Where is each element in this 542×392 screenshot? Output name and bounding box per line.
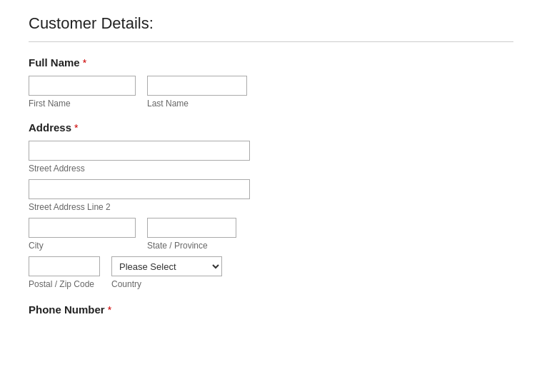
city-label: City	[29, 241, 136, 251]
full-name-label: Full Name	[29, 56, 80, 69]
street-address-label: Street Address	[29, 164, 250, 174]
street-address2-label: Street Address Line 2	[29, 202, 250, 212]
page-title: Customer Details:	[29, 14, 513, 33]
country-label: Country	[111, 279, 222, 289]
street-address-input[interactable]	[29, 141, 250, 161]
state-label: State / Province	[147, 241, 240, 251]
street-address2-input[interactable]	[29, 179, 250, 199]
city-wrapper: City	[29, 218, 136, 251]
city-state-row: City State / Province	[29, 218, 513, 251]
last-name-wrapper: Last Name	[147, 76, 240, 109]
section-divider	[29, 41, 513, 42]
first-name-input[interactable]	[29, 76, 136, 96]
address-section: Address* Street Address Street Address L…	[29, 121, 513, 289]
city-input[interactable]	[29, 218, 136, 238]
name-row: First Name Last Name	[29, 76, 513, 109]
country-wrapper: Please Select United States Canada Unite…	[111, 256, 222, 289]
postal-wrapper: Postal / Zip Code	[29, 256, 100, 289]
postal-country-row: Postal / Zip Code Please Select United S…	[29, 256, 513, 289]
address-label: Address	[29, 121, 71, 134]
postal-input[interactable]	[29, 256, 100, 276]
last-name-label: Last Name	[147, 99, 240, 109]
phone-header: Phone Number*	[29, 303, 513, 316]
phone-required: *	[108, 304, 111, 316]
first-name-wrapper: First Name	[29, 76, 136, 109]
street-address2-wrapper: Street Address Line 2	[29, 179, 250, 212]
last-name-input[interactable]	[147, 76, 247, 96]
phone-label: Phone Number	[29, 303, 105, 316]
first-name-label: First Name	[29, 99, 136, 109]
country-select[interactable]: Please Select United States Canada Unite…	[111, 256, 222, 276]
address-fields: Street Address Street Address Line 2 Cit…	[29, 141, 513, 289]
state-wrapper: State / Province	[147, 218, 240, 251]
full-name-section: Full Name* First Name Last Name	[29, 56, 513, 109]
address-header: Address*	[29, 121, 513, 134]
phone-section: Phone Number*	[29, 303, 513, 316]
street-address-wrapper: Street Address	[29, 141, 250, 174]
postal-label: Postal / Zip Code	[29, 279, 100, 289]
page-container: Customer Details: Full Name* First Name …	[0, 0, 542, 392]
full-name-header: Full Name*	[29, 56, 513, 69]
full-name-required: *	[83, 57, 86, 69]
state-input[interactable]	[147, 218, 236, 238]
address-required: *	[74, 122, 78, 134]
